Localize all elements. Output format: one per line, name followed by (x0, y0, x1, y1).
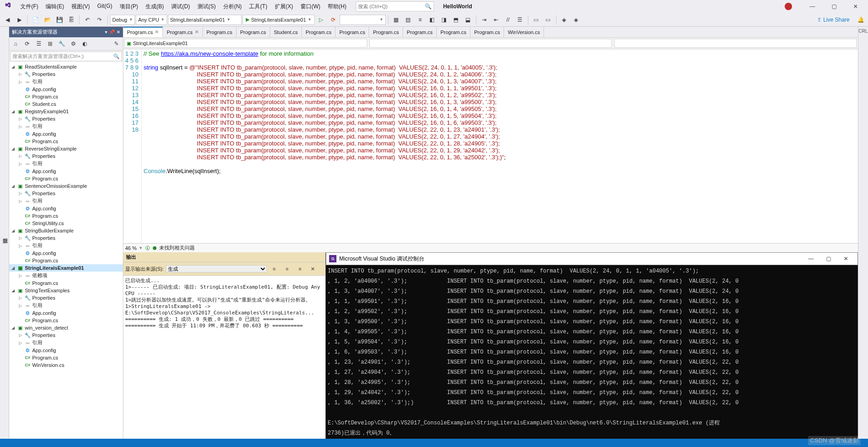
file-node[interactable]: ▷🔧Properties (9, 294, 123, 302)
editor-tab[interactable]: Program.cs (470, 27, 504, 37)
save-all-button[interactable]: 🗄 (66, 14, 77, 25)
close-panel-button[interactable]: ✕ (116, 29, 120, 35)
tool-icon[interactable]: ⬓ (463, 14, 474, 25)
menu-item[interactable]: 视图(V) (68, 1, 93, 12)
expand-icon[interactable]: ▷ (17, 154, 23, 158)
autohide-button[interactable]: ▾ (105, 29, 107, 35)
file-node[interactable]: Program.cs (9, 175, 123, 182)
file-node[interactable]: ▷🔧Properties (9, 115, 123, 122)
tool-icon[interactable]: ◈ (559, 14, 570, 25)
tool-icon[interactable]: 🔧 (56, 38, 67, 49)
expand-icon[interactable]: ◢ (10, 266, 16, 270)
expand-icon[interactable]: ◢ (10, 228, 16, 233)
nav-fwd-button[interactable]: ▶ (14, 14, 25, 25)
solution-tree[interactable]: ◢▣ReadStudentsExample▷🔧Properties▷▫▫引用⚙A… (9, 62, 123, 439)
file-node[interactable]: ⚙App.config (9, 86, 123, 93)
editor-tab[interactable]: Program.cs (203, 27, 237, 37)
platform-combo[interactable]: Any CPU▼ (136, 15, 167, 25)
expand-icon[interactable]: ▷ (17, 333, 23, 337)
file-node[interactable]: ▷🔧Properties (9, 234, 123, 242)
liveshare-button[interactable]: ⇪Live Share (812, 17, 854, 23)
nav-ns-combo[interactable] (369, 39, 612, 48)
undo-button[interactable]: ↶ (82, 14, 93, 25)
tool-icon[interactable]: // (503, 14, 514, 25)
file-node[interactable]: Student.cs (9, 100, 123, 108)
expand-icon[interactable]: ◢ (10, 64, 16, 69)
menu-item[interactable]: 帮助(H) (324, 1, 350, 12)
project-node[interactable]: ◢▣StringLiteralsExample01 (9, 264, 123, 272)
menu-item[interactable]: 项目(P) (116, 1, 142, 12)
file-node[interactable]: ▷▫▫依赖项 (9, 272, 123, 279)
expand-icon[interactable]: ▷ (17, 273, 23, 278)
file-node[interactable]: WinVersion.cs (9, 361, 123, 369)
code-content[interactable]: // See https://aka.ms/new-console-templa… (142, 49, 858, 243)
menu-item[interactable]: 扩展(X) (271, 1, 297, 12)
tool-icon[interactable]: ▤ (403, 14, 414, 25)
tool-icon[interactable]: ≡ (269, 263, 280, 274)
solution-search[interactable]: 搜索解决方案资源管理器(Ctrl+;) 🔍 (10, 52, 122, 61)
maximize-button[interactable]: ▢ (823, 0, 845, 13)
menu-item[interactable]: 窗口(W) (297, 1, 324, 12)
tool-icon[interactable]: ≡ (295, 263, 306, 274)
minimize-button[interactable]: — (802, 0, 823, 13)
expand-icon[interactable]: ▷ (17, 80, 23, 84)
expand-icon[interactable]: ▷ (17, 244, 23, 248)
tool-icon[interactable]: ☰ (33, 38, 44, 49)
file-node[interactable]: ⚙App.config (9, 205, 123, 212)
console-titlebar[interactable]: ⧉ Microsoft Visual Studio 调试控制台 — ▢ ✕ (326, 252, 858, 265)
expand-icon[interactable]: ▷ (17, 116, 23, 121)
tool-icon[interactable]: ⬒ (451, 14, 462, 25)
editor-tab[interactable]: Program.cs (369, 27, 403, 37)
file-node[interactable]: Program.cs (9, 354, 123, 361)
expand-icon[interactable]: ▷ (17, 124, 23, 129)
search-input[interactable] (358, 4, 425, 9)
tool-icon[interactable]: ▭ (531, 14, 542, 25)
file-node[interactable]: ▷▫▫引用 (9, 339, 123, 347)
project-node[interactable]: ◢▣ReverseStringExample (9, 145, 123, 152)
project-node[interactable]: ◢▣StringBuilderExample (9, 227, 123, 234)
expand-icon[interactable]: ▷ (17, 303, 23, 308)
project-node[interactable]: ◢▣SentenceOmissionExample (9, 182, 123, 190)
expand-icon[interactable]: ▷ (17, 341, 23, 345)
menu-item[interactable]: 编辑(E) (42, 1, 68, 12)
console-max-button[interactable]: ▢ (820, 253, 837, 265)
output-source-combo[interactable]: 生成 (166, 265, 267, 273)
file-node[interactable]: ▷🔧Properties (9, 190, 123, 197)
editor-tab[interactable]: Program.cs (437, 27, 470, 37)
expand-icon[interactable]: ▷ (17, 236, 23, 240)
file-node[interactable]: Program.cs (9, 257, 123, 264)
expand-icon[interactable]: ▷ (17, 191, 23, 196)
home-button[interactable]: ⌂ (10, 38, 21, 49)
file-node[interactable]: Program.cs (9, 279, 123, 287)
right-tool-strip[interactable]: CRL (858, 27, 868, 439)
file-node[interactable]: Program.cs (9, 93, 123, 100)
file-node[interactable]: ⚙App.config (9, 168, 123, 175)
file-node[interactable]: ⚙App.config (9, 250, 123, 257)
expand-icon[interactable]: ◢ (10, 146, 16, 151)
tool-icon[interactable]: ☰ (515, 14, 526, 25)
tool-icon[interactable]: ◐ (79, 38, 90, 49)
file-node[interactable]: StringUtility.cs (9, 220, 123, 227)
console-close-button[interactable]: ✕ (837, 253, 855, 265)
file-node[interactable]: ▷🔧Properties (9, 70, 123, 78)
startup-combo[interactable]: StringLiteralsExample01▼ (168, 15, 242, 25)
tool-icon[interactable]: ▦ (391, 14, 402, 25)
menu-item[interactable]: 文件(F) (17, 1, 42, 12)
tool-icon[interactable]: ≡ (282, 263, 293, 274)
nav-back-button[interactable]: ◀ (2, 14, 13, 25)
expand-icon[interactable]: ◢ (10, 109, 16, 114)
file-node[interactable]: Program.cs (9, 212, 123, 220)
expand-icon[interactable]: ◢ (10, 325, 16, 330)
nav-project-combo[interactable]: ▣StringLiteralsExample01 (124, 39, 367, 48)
file-node[interactable]: ▷🔧Properties (9, 331, 123, 339)
expand-icon[interactable]: ◢ (10, 184, 16, 188)
file-node[interactable]: ▷▫▫引用 (9, 160, 123, 168)
expand-icon[interactable]: ▷ (17, 199, 23, 203)
expand-icon[interactable]: ▷ (17, 162, 23, 166)
editor-tab[interactable]: Program.cs ✕ (163, 27, 203, 37)
tool-icon[interactable]: ◨ (439, 14, 450, 25)
clear-button[interactable]: ✕ (307, 263, 318, 274)
start-debug-button[interactable]: ▶StringLiteralsExample01▼ (243, 15, 315, 25)
file-node[interactable]: ▷▫▫引用 (9, 242, 123, 250)
file-node[interactable]: ⚙App.config (9, 347, 123, 354)
